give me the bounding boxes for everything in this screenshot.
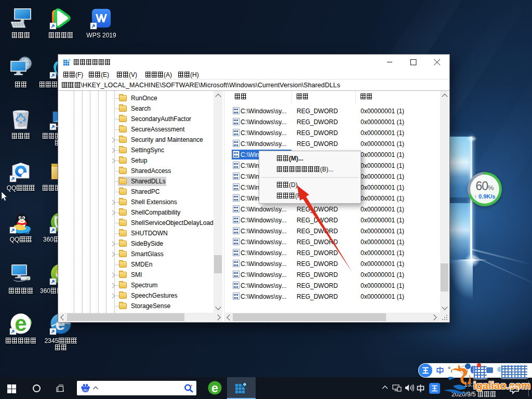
svg-text:du: du: [84, 388, 88, 392]
svg-text:e: e: [15, 312, 26, 335]
svg-text:e: e: [211, 381, 218, 395]
